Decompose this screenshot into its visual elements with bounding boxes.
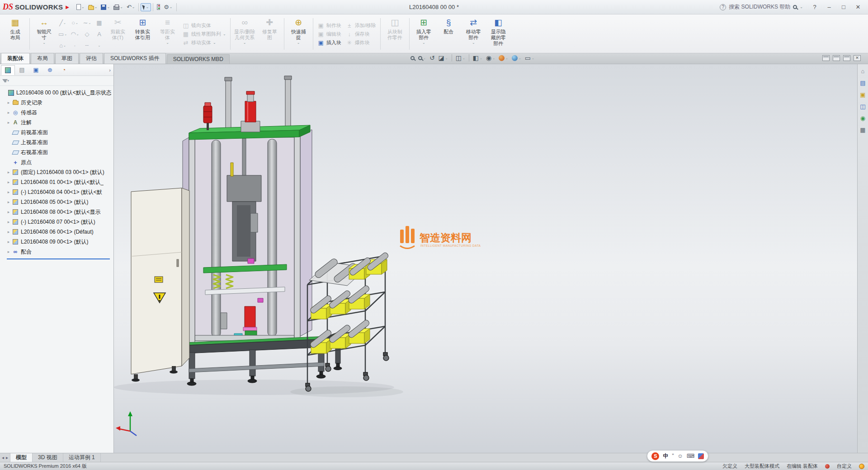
repair-sketch-button[interactable]: ✚ 修复草 图 — [257, 16, 282, 52]
quick-snaps-button[interactable]: ⊕ 快速捕 捉 ⌄ — [286, 16, 311, 52]
ime-toolbox-icon[interactable] — [698, 453, 704, 459]
hide-show-items-button[interactable]: ◉⌄ — [486, 54, 495, 61]
edit-block-button[interactable]: ▣ 编辑块 — [317, 31, 341, 38]
tab-evaluate[interactable]: 评估 — [80, 53, 103, 64]
search-icon[interactable] — [793, 5, 797, 9]
appearances-scenes-icon[interactable]: ◉ — [860, 115, 865, 122]
tree-item-component[interactable]: ▸ (-) L20160408 04 00<1> (默认<默 — [1, 187, 113, 197]
convert-entities-button[interactable]: ⊞ 转换实 体引用 — [130, 16, 155, 52]
model-machine-frame[interactable] — [183, 76, 312, 345]
tab-layout[interactable]: 布局 — [31, 53, 54, 64]
solidworks-resources-icon[interactable]: ⌂ — [861, 68, 865, 75]
tree-item-component[interactable]: ▸ L20160408 06 00<1> (Défaut) — [1, 227, 113, 237]
expand-arrow-icon[interactable]: ▸ — [6, 100, 11, 105]
new-document-button[interactable]: ⌄ — [75, 3, 86, 11]
ime-emoji-icon[interactable]: ☺ — [677, 453, 683, 459]
tree-item-right-plane[interactable]: 右视基准面 — [1, 147, 113, 157]
expand-arrow-icon[interactable]: ▸ — [6, 190, 11, 194]
tree-item-component[interactable]: ▸ (-) L20160408 07 00<1> (默认) — [1, 217, 113, 227]
expand-arrow-icon[interactable]: ▸ — [6, 110, 11, 115]
tree-item-front-plane[interactable]: 前视基准面 — [1, 127, 113, 137]
smart-dimension-button[interactable]: ↔ 智能尺 寸 ⌄ — [32, 16, 57, 52]
displaymanager-tab[interactable]: ◔ — [57, 65, 71, 75]
tree-item-origin[interactable]: + 原点 — [1, 157, 113, 167]
tree-item-component[interactable]: ▸ L20160408 09 00<1> (默认) — [1, 237, 113, 247]
circle-tool-icon[interactable]: ○⌄ — [69, 17, 81, 28]
rectangle-tool-icon[interactable]: ▭⌄ — [57, 28, 69, 40]
configurationmanager-tab[interactable]: ▣ — [29, 65, 43, 75]
quick-tips-icon[interactable] — [859, 464, 864, 469]
dimxpertmanager-tab[interactable]: ⊕ — [43, 65, 57, 75]
display-delete-relations-button[interactable]: ∞ 显示/删除 几何关系 ⌄ — [232, 16, 257, 52]
save-block-button[interactable]: ↓ 保存块 — [346, 31, 376, 38]
view-orientation-button[interactable]: ◫⌄ — [456, 54, 465, 61]
expand-arrow-icon[interactable]: ▸ — [6, 230, 11, 234]
arc-tool-icon[interactable]: ◠⌄ — [69, 28, 81, 40]
child-minimize-icon[interactable] — [822, 55, 830, 61]
maximize-button[interactable]: □ — [836, 2, 851, 13]
display-style-button[interactable]: ◧⌄ — [473, 54, 482, 61]
tree-item-top-plane[interactable]: 上视基准面 — [1, 137, 113, 147]
explode-block-button[interactable]: ✳ 爆炸块 — [346, 39, 376, 46]
child-close-icon[interactable]: ✕ — [854, 55, 861, 61]
panel-tabs-expand-icon[interactable]: › — [109, 67, 113, 73]
child-restore-icon[interactable] — [833, 55, 840, 61]
apply-scene-button[interactable]: ⌄ — [512, 55, 521, 61]
tree-item-component[interactable]: ▸ L20160408 01 00<1> (默认<默认_ — [1, 177, 113, 187]
tab-assembly[interactable]: 装配体 — [1, 53, 30, 64]
section-view-button[interactable]: ◪⌄ — [439, 54, 448, 61]
tab-addins[interactable]: SOLIDWORKS 插件 — [104, 53, 166, 64]
move-component-button[interactable]: ⇄ 移动零 部件 ⌄ — [461, 16, 486, 52]
tab-mbd[interactable]: SOLIDWORKS MBD — [167, 54, 230, 64]
view-palette-icon[interactable]: ◫ — [860, 103, 865, 110]
tree-item-history[interactable]: ▸ 历史记录 — [1, 98, 113, 108]
spline-tool-icon[interactable]: ∼⌄ — [81, 17, 93, 28]
options-button[interactable]: ⚙⌄ — [162, 3, 174, 11]
custom-properties-icon[interactable]: ▦ — [860, 127, 865, 133]
point-tool-icon[interactable]: · — [69, 40, 81, 51]
select-button[interactable]: ⌄ — [141, 3, 151, 11]
edit-appearance-button[interactable]: ⌄ — [499, 55, 508, 61]
part-from-block-button[interactable]: ◫ 从块制 作零件 — [382, 16, 407, 52]
graphics-viewport[interactable]: 智造资料网 INTELLIGENT MANUFACTURING DATA — [114, 64, 857, 453]
expand-arrow-icon[interactable]: ▸ — [6, 210, 11, 214]
expand-arrow-icon[interactable]: ▸ — [6, 170, 11, 174]
ime-punctuation-icon[interactable]: ” — [672, 453, 674, 459]
make-block-button[interactable]: ▣ 制作块 — [317, 22, 341, 29]
show-hidden-components-button[interactable]: ◧ 显示隐 藏的零 部件 — [486, 16, 511, 52]
3d-views-tab[interactable]: 3D 视图 — [33, 453, 63, 462]
help-search[interactable]: ? 搜索 SOLIDWORKS 帮助 ⌄ — [720, 3, 803, 11]
sketch-more-icon[interactable]: ⌄ — [93, 40, 105, 51]
open-button[interactable]: ⌄ — [86, 4, 99, 11]
linear-sketch-pattern-button[interactable]: ▦ 线性草图阵列 ⌄ — [182, 31, 226, 38]
centerline-tool-icon[interactable]: ╌ — [81, 40, 93, 51]
move-entities-button[interactable]: ⇄ 移动实体 ⌄ — [182, 39, 226, 46]
tree-item-component[interactable]: ▸ L20160408 05 00<1> (默认) — [1, 197, 113, 207]
tree-item-component[interactable]: ▸ (固定) L20160408 03 00<1> (默认) — [1, 167, 113, 177]
expand-arrow-icon[interactable]: ▸ — [6, 120, 11, 125]
model-electrical-cabinet[interactable] — [131, 188, 189, 382]
model-3d-view[interactable]: 智造资料网 INTELLIGENT MANUFACTURING DATA — [114, 64, 857, 453]
tree-item-sensors[interactable]: ▸ ◎ 传感器 — [1, 108, 113, 118]
tree-item-component[interactable]: ▸ L20160408 08 00<1> (默认<显示 — [1, 207, 113, 217]
insert-block-button[interactable]: ▣ 插入块 — [317, 39, 341, 46]
expand-arrow-icon[interactable]: ▸ — [6, 220, 11, 224]
tree-item-annotations[interactable]: ▸ A 注解 — [1, 118, 113, 127]
zoom-fit-button[interactable] — [410, 56, 415, 60]
ime-language-mode[interactable]: 中 — [663, 452, 668, 460]
generate-layout-button[interactable]: ▦ 生成 布局 — [3, 16, 28, 52]
save-button[interactable]: ⌄ — [99, 4, 112, 11]
propertymanager-tab[interactable]: ▤ — [15, 65, 29, 75]
expand-arrow-icon[interactable]: ▸ — [6, 249, 11, 254]
child-maximize-icon[interactable] — [843, 55, 850, 61]
motion-study-tab[interactable]: 运动算例 1 — [63, 453, 101, 462]
zoom-area-button[interactable]: ⌄ — [418, 56, 426, 60]
minimize-button[interactable]: – — [822, 2, 836, 13]
expand-arrow-icon[interactable]: ▸ — [6, 180, 11, 184]
sketch-pattern-icon[interactable]: ▦ — [93, 17, 105, 28]
rollback-bar[interactable] — [7, 258, 110, 259]
scroll-left-icon[interactable]: ◂ — [2, 455, 4, 460]
unit-system-button[interactable]: 自定义 — [837, 463, 852, 470]
view-settings-button[interactable]: ▭⌄ — [525, 54, 534, 61]
offset-entities-button[interactable]: ≡ 等距实 体 ⌄ — [155, 16, 180, 52]
